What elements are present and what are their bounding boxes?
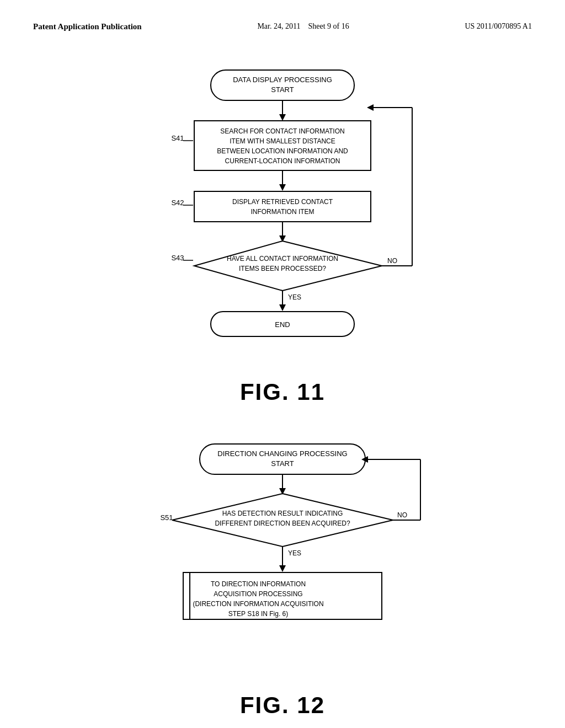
svg-text:DATA DISPLAY PROCESSING: DATA DISPLAY PROCESSING [233,76,332,84]
fig11-svg: DATA DISPLAY PROCESSING START S41 SEARCH… [128,59,437,368]
fig11-diagram: DATA DISPLAY PROCESSING START S41 SEARCH… [33,59,532,427]
svg-text:ITEM WITH SMALLEST DISTANCE: ITEM WITH SMALLEST DISTANCE [230,137,335,145]
svg-text:YES: YES [288,293,301,301]
svg-text:BETWEEN LOCATION INFORMATION A: BETWEEN LOCATION INFORMATION AND [217,147,348,155]
svg-marker-4 [279,114,286,121]
page: Patent Application Publication Mar. 24, … [0,0,565,728]
svg-marker-30 [367,104,374,111]
header-center: Mar. 24, 2011 Sheet 9 of 16 [257,22,349,31]
svg-marker-13 [279,184,286,191]
svg-text:S42: S42 [171,199,184,207]
page-header: Patent Application Publication Mar. 24, … [33,22,532,31]
svg-text:START: START [271,85,294,94]
svg-marker-33 [279,304,286,311]
svg-text:INFORMATION ITEM: INFORMATION ITEM [250,208,314,216]
svg-text:DISPLAY RETRIEVED CONTACT: DISPLAY RETRIEVED CONTACT [232,198,333,206]
fig11-label: FIG. 11 [240,379,325,405]
header-sheet: Sheet 9 of 16 [308,22,349,30]
svg-text:TO DIRECTION INFORMATION: TO DIRECTION INFORMATION [211,580,306,588]
svg-text:STEP S18 IN Fig. 6): STEP S18 IN Fig. 6) [228,610,289,618]
svg-text:NO: NO [387,257,397,265]
svg-text:NO: NO [397,511,407,519]
svg-text:HAS DETECTION RESULT INDICATIN: HAS DETECTION RESULT INDICATING [222,510,343,517]
header-date: Mar. 24, 2011 [257,22,300,30]
svg-rect-16 [194,191,371,222]
svg-text:S41: S41 [171,134,184,142]
svg-marker-54 [279,565,286,572]
svg-text:START: START [271,459,294,468]
svg-text:ACQUISITION PROCESSING: ACQUISITION PROCESSING [214,590,302,598]
svg-text:DIFFERENT DIRECTION BEEN ACQUI: DIFFERENT DIRECTION BEEN ACQUIRED? [215,520,350,527]
fig12-svg: DIRECTION CHANGING PROCESSING START S51 … [128,433,437,681]
fig12-label: FIG. 12 [240,692,325,719]
svg-text:S51: S51 [160,513,173,522]
fig12-diagram: DIRECTION CHANGING PROCESSING START S51 … [33,433,532,728]
svg-text:YES: YES [288,549,301,557]
header-left: Patent Application Publication [33,22,142,31]
svg-text:ITEMS BEEN PROCESSED?: ITEMS BEEN PROCESSED? [239,265,326,272]
svg-text:HAVE ALL CONTACT INFORMATION: HAVE ALL CONTACT INFORMATION [227,255,338,263]
header-right: US 2011/0070895 A1 [465,22,532,31]
svg-text:SEARCH FOR CONTACT INFORMATION: SEARCH FOR CONTACT INFORMATION [220,127,344,135]
svg-text:(DIRECTION INFORMATION ACQUISI: (DIRECTION INFORMATION ACQUISITION [193,600,323,608]
svg-text:CURRENT-LOCATION INFORMATION: CURRENT-LOCATION INFORMATION [225,157,340,165]
svg-text:END: END [275,320,290,329]
svg-text:DIRECTION CHANGING PROCESSING: DIRECTION CHANGING PROCESSING [217,449,347,458]
svg-text:S43: S43 [171,254,184,262]
